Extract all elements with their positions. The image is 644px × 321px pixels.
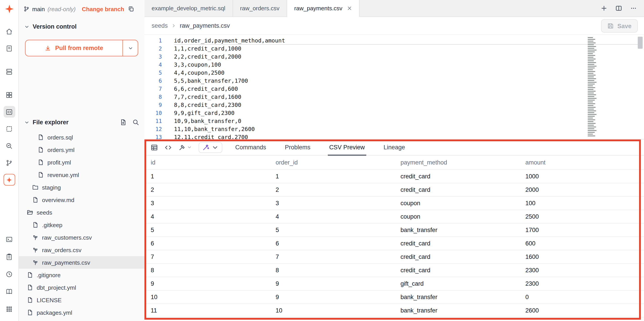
editor-tab-label: example_develop_metric.sql: [152, 5, 226, 12]
minimap-line: [588, 132, 595, 133]
file-item[interactable]: .gitkeep: [19, 218, 144, 231]
new-tab-icon[interactable]: [600, 5, 607, 12]
version-control-header[interactable]: Version control: [19, 23, 144, 30]
file-icon: [32, 197, 38, 203]
split-editor-icon[interactable]: [616, 5, 622, 12]
table-cell: bank_transfer: [394, 223, 519, 236]
notebook-icon[interactable]: [3, 42, 15, 54]
editor-scrollbar[interactable]: [638, 37, 643, 49]
compiled-code-icon[interactable]: [164, 144, 172, 151]
branch-icon[interactable]: [3, 157, 15, 168]
panel-tabs: CommandsProblemsCSV PreviewLineage: [234, 140, 422, 155]
file-item[interactable]: raw_payments.csv: [19, 256, 144, 269]
minimap-line: [588, 126, 596, 128]
file-item[interactable]: dbt_project.yml: [19, 281, 144, 294]
warehouse-icon[interactable]: [3, 66, 15, 77]
file-item[interactable]: LICENSE: [19, 294, 144, 306]
pull-options-caret[interactable]: [123, 40, 138, 56]
csv-preview-table: idorder_idpayment_methodamount 11credit_…: [144, 156, 644, 317]
breadcrumb-row: seeds raw_payments.csv Save: [144, 17, 644, 35]
home-icon[interactable]: [3, 26, 15, 37]
dbt-logo-icon[interactable]: [3, 3, 15, 15]
change-branch-link[interactable]: Change branch: [82, 6, 124, 12]
file-item[interactable]: orders.yml: [19, 144, 144, 156]
terminal-icon[interactable]: [3, 233, 15, 245]
file-item[interactable]: raw_orders.csv: [19, 244, 144, 256]
copy-icon[interactable]: [128, 6, 134, 12]
editor-tab[interactable]: raw_payments.csv: [287, 0, 359, 17]
chevron-down-icon: [24, 24, 30, 29]
editor-tab[interactable]: example_develop_metric.sql: [144, 0, 233, 16]
minimap-line: [588, 121, 594, 122]
format-button[interactable]: [198, 142, 222, 153]
tabstrip-actions: [600, 0, 644, 16]
results-table-icon[interactable]: [151, 144, 158, 151]
file-item[interactable]: .gitignore: [19, 269, 144, 281]
table-cell: credit_card: [394, 250, 519, 263]
file-item[interactable]: packages.yml: [19, 306, 144, 319]
minimap[interactable]: [588, 37, 598, 137]
more-options-icon[interactable]: [630, 5, 637, 12]
table-cell: 1: [270, 170, 394, 183]
minimap-line: [588, 110, 596, 111]
close-icon[interactable]: [347, 6, 352, 11]
checklist-icon[interactable]: [3, 251, 15, 262]
grid-icon[interactable]: [3, 89, 15, 100]
pull-from-remote-label: Pull from remote: [55, 45, 103, 52]
minimap-line: [588, 128, 594, 129]
csv-header-row: idorder_idpayment_methodamount: [144, 156, 644, 170]
table-cell: 2000: [519, 183, 644, 196]
table-row: 1110bank_transfer2600: [144, 304, 644, 317]
panel-tab-lineage[interactable]: Lineage: [382, 140, 406, 155]
chevron-down-icon: [187, 145, 192, 150]
search-icon[interactable]: [132, 119, 139, 126]
file-item[interactable]: seeds: [19, 206, 144, 218]
pull-from-remote-main[interactable]: Pull from remote: [26, 40, 123, 56]
apps-icon[interactable]: [3, 303, 15, 315]
file-item[interactable]: overview.md: [19, 194, 144, 206]
file-explorer-header[interactable]: File explorer: [19, 119, 144, 126]
minimap-line: [588, 96, 594, 97]
file-item-label: profit.yml: [48, 159, 71, 166]
develop-icon[interactable]: [3, 106, 15, 118]
table-cell: 2600: [519, 304, 644, 317]
explore-icon[interactable]: [3, 140, 15, 152]
save-button[interactable]: Save: [601, 19, 638, 33]
minimap-line: [588, 73, 594, 74]
breadcrumb-parent[interactable]: seeds: [152, 22, 168, 29]
version-control-title: Version control: [33, 23, 77, 30]
code-editor[interactable]: 1id,order_id,payment_method,amount21,1,c…: [144, 35, 644, 139]
editor-tab[interactable]: raw_orders.csv: [233, 0, 287, 16]
history-icon[interactable]: [3, 268, 15, 280]
minimap-line: [588, 91, 596, 92]
table-cell: 6: [144, 236, 270, 250]
docs-icon[interactable]: [3, 286, 15, 297]
dbt-ide-app: main (read-only) Change branch Version c…: [0, 0, 644, 321]
file-item[interactable]: raw_customers.csv: [19, 231, 144, 244]
pull-from-remote-button[interactable]: Pull from remote: [25, 40, 138, 56]
line-number: 1: [144, 37, 162, 45]
file-item[interactable]: orders.sql: [19, 131, 144, 144]
table-cell: 9: [270, 277, 394, 290]
canvas-icon[interactable]: [3, 123, 15, 134]
editor-line: 1312,11,credit_card,2700: [144, 133, 644, 139]
table-cell: 9: [144, 277, 270, 290]
file-item[interactable]: staging: [19, 181, 144, 194]
build-button[interactable]: [178, 144, 192, 151]
panel-tab-problems[interactable]: Problems: [284, 140, 312, 155]
file-icon: [27, 297, 33, 303]
table-cell: 2: [270, 183, 394, 196]
file-item[interactable]: profit.yml: [19, 156, 144, 168]
minimap-line: [588, 71, 595, 72]
dbt-orange-icon[interactable]: [3, 174, 15, 186]
new-file-icon[interactable]: [120, 119, 126, 126]
minimap-line: [588, 86, 593, 86]
table-cell: 0: [519, 290, 644, 304]
table-cell: 1000: [519, 170, 644, 183]
panel-tab-csv-preview[interactable]: CSV Preview: [328, 140, 366, 155]
panel-tab-commands[interactable]: Commands: [234, 140, 268, 155]
tab-container: example_develop_metric.sqlraw_orders.csv…: [144, 0, 359, 16]
line-number: 9: [144, 101, 162, 109]
minimap-line: [588, 78, 596, 79]
file-item[interactable]: revenue.yml: [19, 168, 144, 181]
